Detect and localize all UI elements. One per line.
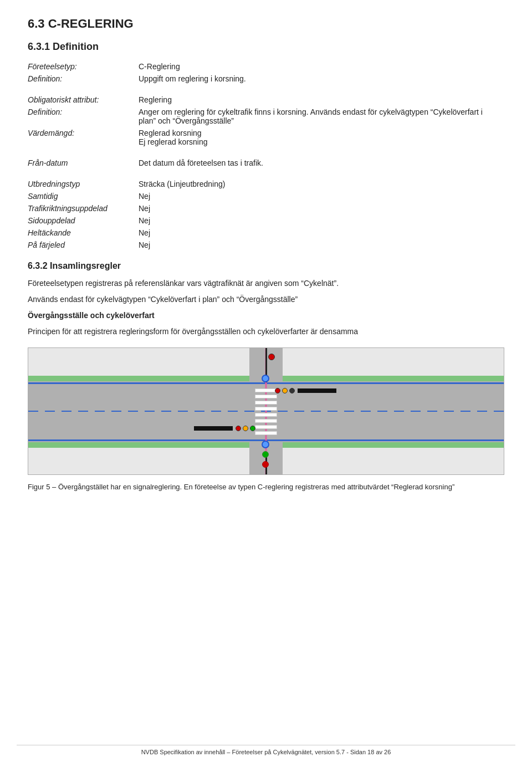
crosswalk bbox=[255, 384, 277, 439]
trafikrik-label: Trafikriktningsuppdelad bbox=[28, 202, 139, 214]
black-bar-right bbox=[298, 388, 336, 393]
crosswalk-stripe bbox=[255, 407, 277, 411]
insamling-para2: Används endast för cykelvägtypen “Cykelö… bbox=[28, 294, 504, 305]
definition-label: Definition: bbox=[28, 73, 139, 85]
obligatoriskt-def-label: Definition: bbox=[28, 106, 139, 127]
figure-caption: Figur 5 – Övergångstället har en signalr… bbox=[28, 482, 504, 493]
green-light-bottom bbox=[262, 451, 269, 458]
foreteelsetyp-label: Företeelsetyp: bbox=[28, 60, 139, 73]
pa-farjeled-value: Nej bbox=[139, 239, 504, 251]
obligatoriskt-label: Obligatoriskt attribut: bbox=[28, 94, 139, 106]
heltackande-label: Heltäckande bbox=[28, 227, 139, 239]
traffic-light-top bbox=[268, 354, 275, 360]
insamling-para3: Principen för att registrera regleringsf… bbox=[28, 326, 504, 337]
crosswalk-stripe bbox=[255, 431, 277, 435]
traffic-lights-left bbox=[194, 426, 255, 431]
obligatoriskt-value: Reglering bbox=[139, 94, 504, 106]
section-631-title: 6.3.1 Definition bbox=[28, 41, 504, 53]
crosswalk-stripe bbox=[255, 413, 277, 417]
light-green-l bbox=[250, 426, 255, 431]
obligatoriskt-table: Obligatoriskt attribut: Reglering Defini… bbox=[28, 94, 504, 148]
crosswalk-stripe bbox=[255, 419, 277, 423]
sidouppdelad-value: Nej bbox=[139, 214, 504, 227]
light-yellow-l bbox=[243, 426, 248, 431]
pa-farjeled-label: På färjeled bbox=[28, 239, 139, 251]
crosswalk-stripe bbox=[255, 395, 277, 398]
utbredningstyp-value: Sträcka (Linjeutbredning) bbox=[139, 178, 504, 190]
vardemagnd-value: Reglerad korsning Ej reglerad korsning bbox=[139, 127, 504, 148]
fran-datum-table: Från-datum Det datum då företeelsen tas … bbox=[28, 157, 504, 169]
light-yellow bbox=[282, 388, 288, 393]
light-off bbox=[289, 388, 295, 393]
black-bar-left bbox=[194, 426, 233, 431]
red-light-top bbox=[268, 354, 275, 360]
fran-datum-label: Från-datum bbox=[28, 157, 139, 169]
footer-text: NVDB Specifikation av innehåll – Företee… bbox=[141, 749, 391, 755]
crosswalk-stripe bbox=[255, 401, 277, 405]
foreteelsetyp-value: C-Reglering bbox=[139, 60, 504, 73]
trafikrik-value: Nej bbox=[139, 202, 504, 214]
vardemagnd-label: Värdemängd: bbox=[28, 127, 139, 148]
utbredningstyp-label: Utbredningstyp bbox=[28, 178, 139, 190]
definition-value: Uppgift om reglering i korsning. bbox=[139, 73, 504, 85]
section-632-title: 6.3.2 Insamlingsregler bbox=[28, 261, 504, 271]
traffic-lights-right bbox=[275, 388, 336, 393]
circle-signal-top bbox=[262, 375, 269, 382]
heltackande-value: Nej bbox=[139, 227, 504, 239]
samtidig-value: Nej bbox=[139, 190, 504, 202]
insamling-bold: Övergångsställe och cykelöverfart bbox=[28, 310, 504, 321]
fran-datum-value: Det datum då företeelsen tas i trafik. bbox=[139, 157, 504, 169]
light-red-l bbox=[236, 426, 241, 431]
samtidig-label: Samtidig bbox=[28, 190, 139, 202]
crosswalk-stripe bbox=[255, 388, 277, 392]
foreteelsetyp-table: Företeelsetyp: C-Reglering Definition: U… bbox=[28, 60, 504, 85]
obligatoriskt-def-value: Anger om reglering för cykeltrafik finns… bbox=[139, 106, 504, 127]
crosswalk-stripe bbox=[255, 425, 277, 429]
road-diagram bbox=[28, 347, 504, 475]
page-title: 6.3 C-REGLERING bbox=[28, 17, 504, 31]
attributes-table: Utbredningstyp Sträcka (Linjeutbredning)… bbox=[28, 178, 504, 251]
footer: NVDB Specifikation av innehåll – Företee… bbox=[17, 745, 515, 755]
sidouppdelad-label: Sidouppdelad bbox=[28, 214, 139, 227]
circle-signal-bottom bbox=[262, 441, 269, 448]
light-red bbox=[275, 388, 280, 393]
insamling-para1: Företeelsetypen registreras på referensl… bbox=[28, 278, 504, 289]
red-light-bottom bbox=[262, 461, 269, 468]
